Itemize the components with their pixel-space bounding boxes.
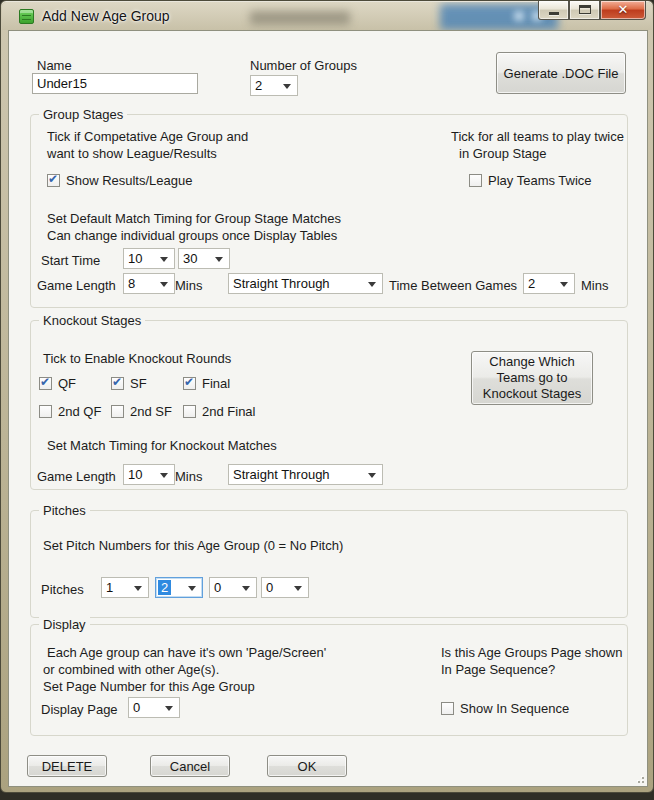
checkbox-icon: [111, 377, 124, 390]
checkbox-label: 2nd QF: [58, 404, 101, 419]
checkbox-label: Show In Sequence: [460, 701, 569, 716]
checkbox-icon: [469, 174, 482, 187]
window-title: Add New Age Group: [42, 8, 170, 24]
display-groupbox: Display Each Age group can have it's own…: [30, 624, 628, 736]
combo-value: Straight Through: [229, 467, 330, 482]
generate-doc-button[interactable]: Generate .DOC File: [496, 52, 626, 94]
combo-value: 8: [124, 276, 135, 291]
show-in-sequence-checkbox[interactable]: Show In Sequence: [441, 701, 569, 716]
pitch-3-select[interactable]: 0: [209, 577, 257, 598]
start-minute-select[interactable]: 30: [178, 248, 230, 269]
checkbox-label: 2nd Final: [202, 404, 255, 419]
number-of-groups-select[interactable]: 2: [250, 75, 298, 96]
display-hint-2: or combined with other Age(s).: [43, 662, 219, 677]
group-play-mode-select[interactable]: Straight Through: [228, 273, 383, 294]
dropdown-arrow-icon: [165, 706, 173, 711]
group-timing-hint-1: Set Default Match Timing for Group Stage…: [47, 211, 341, 226]
checkbox-icon: [183, 377, 196, 390]
background-tab-blur-detail: [514, 11, 524, 21]
sf-checkbox[interactable]: SF: [111, 376, 147, 391]
knockout-game-length-select[interactable]: 10: [123, 464, 175, 485]
dropdown-arrow-icon: [160, 473, 168, 478]
resize-grip[interactable]: [634, 773, 644, 783]
combo-value: 0: [129, 700, 140, 715]
dropdown-arrow-icon: [560, 282, 568, 287]
display-page-select[interactable]: 0: [128, 697, 180, 718]
second-sf-checkbox[interactable]: 2nd SF: [111, 404, 172, 419]
group-game-length-select[interactable]: 8: [123, 273, 175, 294]
time-between-games-label: Time Between Games: [389, 278, 517, 293]
mins-label: Mins: [581, 278, 608, 293]
second-final-checkbox[interactable]: 2nd Final: [183, 404, 255, 419]
checkbox-icon: [111, 405, 124, 418]
combo-value: 10: [124, 467, 142, 482]
dialog-client-area: Name Number of Groups 2 Generate .DOC Fi…: [8, 30, 648, 787]
display-right-hint-1: Is this Age Groups Page shown: [441, 645, 622, 660]
dropdown-arrow-icon: [215, 257, 223, 262]
group-stages-groupbox: Group Stages Tick if Competative Age Gro…: [30, 114, 628, 308]
display-right-hint-2: In Page Sequence?: [441, 662, 555, 677]
group-stages-left-hint-1: Tick if Competative Age Group and: [47, 129, 248, 144]
maximize-icon: [579, 5, 591, 14]
dropdown-arrow-icon: [188, 586, 196, 591]
ok-button[interactable]: OK: [267, 755, 347, 777]
checkbox-label: Show Results/League: [66, 173, 192, 188]
final-checkbox[interactable]: Final: [183, 376, 230, 391]
knockout-stages-groupbox: Knockout Stages Tick to Enable Knockout …: [30, 320, 628, 490]
group-stages-title: Group Stages: [39, 107, 127, 122]
minimize-icon: [549, 12, 559, 15]
display-hint-3: Set Page Number for this Age Group: [43, 679, 255, 694]
checkbox-label: Play Teams Twice: [488, 173, 592, 188]
group-stages-right-hint-1: Tick for all teams to play twice: [451, 129, 624, 144]
checkbox-label: QF: [58, 376, 76, 391]
dropdown-arrow-icon: [242, 586, 250, 591]
close-button[interactable]: ✕: [600, 1, 646, 20]
minimize-button[interactable]: [538, 1, 569, 20]
play-teams-twice-checkbox[interactable]: Play Teams Twice: [469, 173, 592, 188]
dropdown-arrow-icon: [294, 586, 302, 591]
checkbox-icon: [441, 702, 454, 715]
app-icon: [19, 9, 34, 24]
combo-value: 1: [102, 580, 113, 595]
checkbox-icon: [39, 377, 52, 390]
combo-value: Straight Through: [229, 276, 330, 291]
display-hint-1: Each Age group can have it's own 'Page/S…: [47, 645, 326, 660]
checkbox-label: 2nd SF: [130, 404, 172, 419]
mins-label: Mins: [175, 278, 202, 293]
combo-value: 2: [158, 580, 171, 595]
name-input[interactable]: [32, 73, 198, 94]
combo-value: 0: [262, 580, 273, 595]
knockout-play-mode-select[interactable]: Straight Through: [228, 464, 383, 485]
checkbox-icon: [183, 405, 196, 418]
dropdown-arrow-icon: [160, 257, 168, 262]
checkbox-label: SF: [130, 376, 147, 391]
combo-value: 10: [124, 251, 142, 266]
second-qf-checkbox[interactable]: 2nd QF: [39, 404, 101, 419]
time-between-games-select[interactable]: 2: [523, 273, 575, 294]
show-results-checkbox[interactable]: Show Results/League: [47, 173, 192, 188]
pitch-1-select[interactable]: 1: [101, 577, 149, 598]
maximize-button[interactable]: [569, 1, 600, 20]
checkbox-label: Final: [202, 376, 230, 391]
change-knockout-teams-button[interactable]: Change Which Teams go to Knockout Stages: [471, 351, 593, 405]
display-title: Display: [39, 617, 90, 632]
pitches-hint: Set Pitch Numbers for this Age Group (0 …: [43, 538, 343, 553]
dropdown-arrow-icon: [160, 282, 168, 287]
dropdown-arrow-icon: [134, 586, 142, 591]
cancel-button[interactable]: Cancel: [150, 755, 230, 777]
knockout-timing-hint: Set Match Timing for Knockout Matches: [47, 438, 277, 453]
group-stages-right-hint-2: in Group Stage: [459, 146, 546, 161]
pitches-label: Pitches: [41, 582, 84, 597]
mins-label: Mins: [175, 469, 202, 484]
game-length-label: Game Length: [37, 278, 116, 293]
close-icon: ✕: [601, 2, 645, 17]
qf-checkbox[interactable]: QF: [39, 376, 76, 391]
pitch-2-select[interactable]: 2: [155, 577, 203, 598]
pitches-title: Pitches: [39, 503, 90, 518]
knockout-stages-title: Knockout Stages: [39, 313, 145, 328]
group-stages-left-hint-2: want to show League/Results: [47, 146, 217, 161]
start-hour-select[interactable]: 10: [123, 248, 175, 269]
pitch-4-select[interactable]: 0: [261, 577, 309, 598]
dropdown-arrow-icon: [283, 84, 291, 89]
delete-button[interactable]: DELETE: [27, 755, 107, 777]
